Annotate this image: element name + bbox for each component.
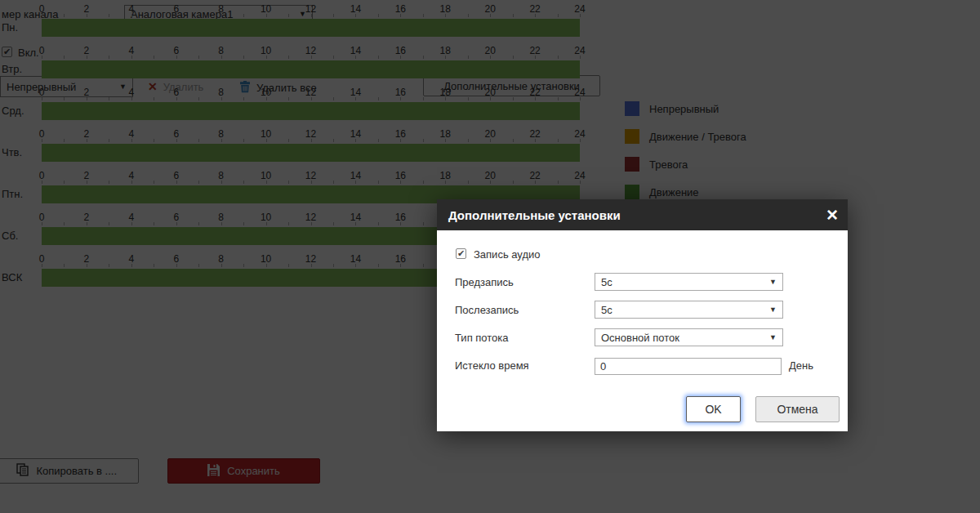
ok-button-label: OK: [705, 403, 721, 416]
field-label: Предзапись: [455, 276, 514, 288]
field-select-value: 5с: [601, 276, 612, 288]
expired-time-input[interactable]: [595, 358, 782, 375]
field-label: Послезапись: [455, 304, 519, 316]
chevron-down-icon: ▼: [769, 333, 777, 341]
chevron-down-icon: ▼: [769, 306, 777, 314]
ok-button[interactable]: OK: [686, 396, 741, 422]
cancel-button-label: Отмена: [777, 403, 817, 416]
modal-title: Дополнительные установки: [448, 208, 621, 222]
field-select[interactable]: 5с▼: [595, 301, 783, 319]
record-audio-label: Запись аудио: [474, 248, 541, 261]
cancel-button[interactable]: Отмена: [755, 396, 840, 422]
modal-header: Дополнительные установки ×: [437, 199, 848, 230]
field-select-value: Основной поток: [601, 332, 679, 344]
unit-label: День: [789, 359, 813, 372]
field-label: Тип потока: [455, 332, 509, 344]
close-icon[interactable]: ×: [826, 203, 838, 226]
field-select[interactable]: 5с▼: [595, 273, 783, 291]
field-label: Истекло время: [455, 359, 529, 372]
field-select-value: 5с: [601, 304, 612, 316]
stream-type-select[interactable]: Основной поток▼: [595, 328, 783, 346]
advanced-settings-modal: Дополнительные установки × ✔ Запись ауди…: [437, 199, 848, 431]
record-audio-checkbox[interactable]: ✔: [456, 248, 466, 259]
chevron-down-icon: ▼: [769, 278, 777, 286]
check-icon: ✔: [457, 248, 465, 258]
